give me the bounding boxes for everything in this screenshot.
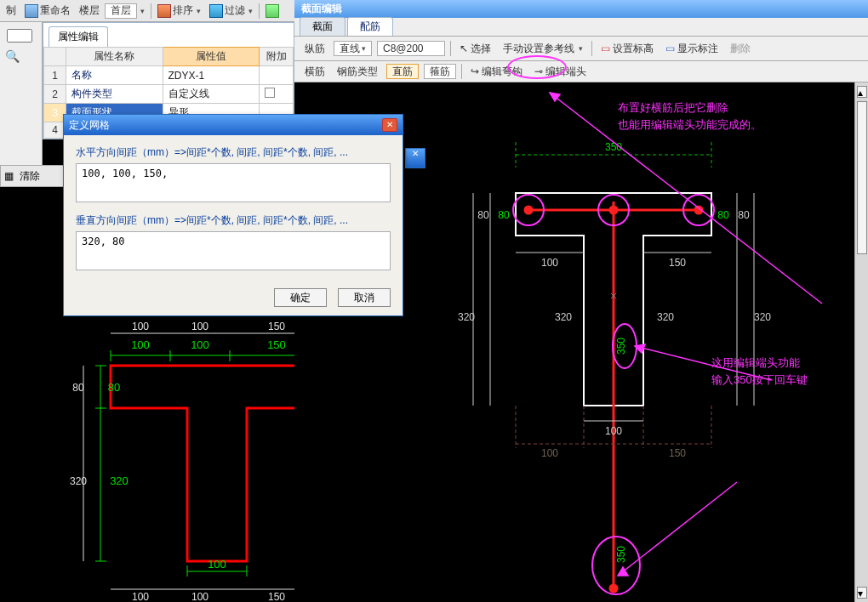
hidden-dialog-close-icon[interactable]: ✕: [405, 148, 425, 168]
svg-text:100: 100: [541, 447, 558, 459]
svg-text:100: 100: [132, 321, 149, 332]
filter-icon: [209, 4, 223, 18]
toolbar-separator: [259, 3, 260, 19]
tab-rebar[interactable]: 配筋: [347, 17, 393, 36]
svg-point-43: [610, 585, 617, 592]
svg-text:80: 80: [738, 209, 750, 221]
svg-text:320: 320: [657, 311, 674, 323]
set-elevation-button[interactable]: ▭ 设置标高: [597, 41, 657, 57]
floor-value: 首层: [105, 3, 137, 19]
vertical-scrollbar[interactable]: ▴ ▾: [854, 82, 868, 602]
svg-text:150: 150: [268, 321, 285, 332]
copy-icon: [266, 4, 279, 18]
svg-text:350: 350: [615, 546, 627, 563]
main-rebar-type-dropdown[interactable]: 直线: [334, 41, 372, 56]
delete-button[interactable]: 删除: [727, 41, 754, 57]
edit-hook-button[interactable]: ↪ 编辑弯钩: [467, 64, 526, 80]
svg-text:100: 100: [191, 321, 208, 332]
svg-point-41: [610, 207, 617, 213]
property-tab[interactable]: 属性编辑: [49, 26, 108, 47]
rename-button[interactable]: 重命名: [22, 3, 73, 19]
svg-text:320: 320: [458, 311, 475, 323]
editor-toolbar-row2: 横筋 钢筋类型 直筋 箍筋 ↪ 编辑弯钩 ⊸ 编辑端头: [294, 61, 868, 82]
sort-button[interactable]: 排序: [155, 3, 203, 19]
svg-text:100: 100: [208, 558, 226, 571]
h-spacing-label: 水平方向间距（mm）=>间距*个数, 间距, 间距*个数, 间距, ...: [76, 145, 391, 160]
svg-text:80: 80: [108, 381, 120, 394]
copy-ctrl-button[interactable]: 制: [3, 3, 19, 19]
floor-label: 楼层: [79, 3, 100, 18]
svg-text:100: 100: [605, 425, 622, 437]
clear-button[interactable]: 清除: [17, 168, 43, 185]
sort-icon: [157, 4, 171, 18]
copy-button[interactable]: [263, 3, 282, 19]
h-spacing-input[interactable]: 100, 100, 150,: [76, 163, 391, 202]
ok-button[interactable]: 确定: [274, 288, 327, 307]
table-row[interactable]: 2 构件类型 自定义线: [44, 85, 294, 104]
pane-icon: ▦: [4, 170, 14, 182]
svg-text:150: 150: [669, 447, 686, 459]
dialog-titlebar[interactable]: 定义网格 ✕: [64, 115, 403, 135]
svg-line-81: [618, 482, 737, 576]
svg-text:80: 80: [72, 382, 84, 394]
floor-dropdown[interactable]: 楼层 首层: [77, 3, 147, 20]
close-icon[interactable]: ✕: [382, 118, 397, 132]
straight-rebar-button[interactable]: 直筋: [386, 64, 419, 79]
cursor-icon: ↖: [460, 43, 468, 54]
svg-text:350: 350: [615, 338, 627, 355]
scroll-down-icon[interactable]: ▾: [857, 587, 867, 599]
filter-label: 过滤: [225, 3, 245, 18]
table-row[interactable]: 1 名称 ZDYX-1: [44, 66, 294, 85]
checkbox-icon: [265, 88, 275, 98]
v-spacing-input[interactable]: 320, 80: [76, 231, 391, 270]
rename-icon: [25, 4, 38, 18]
search-icon: 🔍: [5, 49, 20, 63]
col-value[interactable]: 属性值: [163, 48, 260, 66]
edit-end-button[interactable]: ⊸ 编辑端头: [531, 64, 590, 80]
main-toolbar: 制 重命名 楼层 首层 排序 过滤: [0, 0, 294, 22]
rebar-spec-input[interactable]: C8@200: [377, 41, 445, 56]
editor-title[interactable]: 截面编辑: [294, 0, 868, 18]
mini-toolbar: ▦ 清除: [0, 165, 68, 187]
svg-text:100: 100: [132, 591, 149, 602]
select-button[interactable]: ↖ 选择: [456, 41, 494, 57]
filter-button[interactable]: 过滤: [207, 3, 255, 19]
svg-text:320: 320: [70, 475, 87, 487]
v-spacing-label: 垂直方向间距（mm）=>间距*个数, 间距, 间距*个数, 间距, ...: [76, 213, 391, 228]
svg-text:320: 320: [110, 474, 128, 487]
svg-text:100: 100: [541, 257, 558, 269]
sort-label: 排序: [173, 3, 193, 18]
editor-tabs: 截面 配筋: [294, 18, 868, 37]
cancel-button[interactable]: 取消: [338, 288, 391, 307]
svg-text:100: 100: [131, 338, 150, 351]
trans-rebar-label: 横筋: [301, 64, 328, 80]
manual-refline-button[interactable]: 手动设置参考线: [500, 41, 586, 57]
elevation-icon: ▭: [601, 43, 610, 54]
svg-text:150: 150: [267, 338, 286, 351]
svg-text:80: 80: [717, 209, 729, 221]
label-icon: ▭: [665, 43, 675, 54]
svg-text:150: 150: [669, 257, 686, 269]
hook-icon: ↪: [471, 65, 479, 77]
show-label-button[interactable]: ▭ 显示标注: [662, 41, 722, 57]
tab-section[interactable]: 截面: [300, 17, 345, 36]
svg-line-79: [635, 346, 771, 380]
svg-text:80: 80: [498, 209, 510, 221]
svg-text:100: 100: [191, 338, 209, 351]
svg-text:80: 80: [477, 209, 489, 221]
table-corner: [44, 48, 66, 66]
col-name[interactable]: 属性名称: [66, 48, 163, 66]
main-rebar-label: 纵筋: [301, 41, 328, 57]
rebar-type-label: 钢筋类型: [334, 64, 381, 80]
svg-text:150: 150: [268, 591, 285, 602]
scroll-thumb[interactable]: [857, 101, 867, 254]
svg-text:320: 320: [754, 311, 771, 323]
svg-line-77: [550, 93, 822, 304]
rename-label: 重命名: [40, 3, 71, 18]
define-grid-dialog: 定义网格 ✕ 水平方向间距（mm）=>间距*个数, 间距, 间距*个数, 间距,…: [63, 114, 403, 316]
toolbar-separator: [151, 3, 151, 19]
col-extra[interactable]: 附加: [260, 48, 294, 66]
scroll-up-icon[interactable]: ▴: [857, 86, 867, 98]
stirrup-button[interactable]: 箍筋: [424, 64, 456, 79]
search-input[interactable]: [7, 29, 32, 43]
